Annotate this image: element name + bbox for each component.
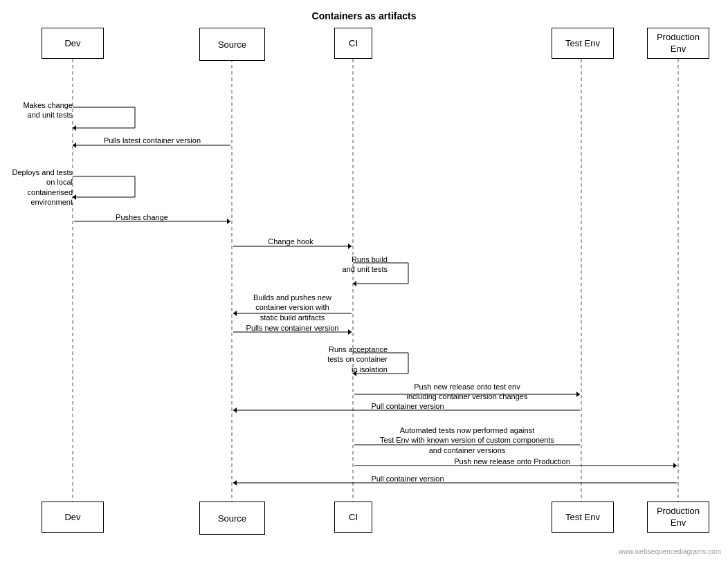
svg-marker-37 xyxy=(673,463,677,468)
label-builds-pushes: Builds and pushes newcontainer version w… xyxy=(235,293,349,322)
svg-marker-34 xyxy=(233,407,237,413)
svg-marker-39 xyxy=(233,480,237,486)
label-pushes-change: Pushes change xyxy=(80,212,204,222)
svg-marker-8 xyxy=(73,125,76,131)
actor-source-bottom: Source xyxy=(199,502,265,535)
actor-prodenv-top: ProductionEnv xyxy=(647,28,709,59)
actor-ci-top: CI xyxy=(334,28,372,59)
actor-prodenv-bottom: ProductionEnv xyxy=(647,502,709,533)
watermark: www.websequencediagrams.com xyxy=(619,548,721,555)
actor-dev-bottom: Dev xyxy=(42,502,104,533)
actor-testenv-bottom: Test Env xyxy=(552,502,614,533)
diagram-title: Containers as artifacts xyxy=(0,3,728,21)
label-deploys-tests: Deploys and testson local containerisede… xyxy=(0,167,73,207)
diagram: Containers as artifacts xyxy=(0,0,728,561)
svg-marker-14 xyxy=(73,194,76,200)
svg-marker-16 xyxy=(227,219,230,224)
label-automated-tests: Automated tests now performed againstTes… xyxy=(356,425,578,455)
label-pull-container-2: Pull container version xyxy=(239,474,576,484)
actor-testenv-top: Test Env xyxy=(552,28,614,59)
label-pulls-new: Pulls new container version xyxy=(235,323,349,333)
svg-marker-22 xyxy=(353,281,356,286)
label-makes-change: Makes changeand unit tests xyxy=(0,100,73,120)
label-runs-build: Runs buildand unit tests xyxy=(298,255,388,275)
label-change-hook: Change hook xyxy=(239,237,343,246)
label-pulls-latest: Pulls latest container version xyxy=(76,136,228,145)
label-runs-acceptance: Runs acceptancetests on containerin isol… xyxy=(298,344,388,374)
svg-marker-18 xyxy=(348,243,352,249)
actor-ci-bottom: CI xyxy=(334,502,372,533)
label-pull-container-1: Pull container version xyxy=(239,401,576,411)
actor-source-top: Source xyxy=(199,28,265,61)
label-push-production: Push new release onto Production xyxy=(356,457,668,466)
actor-dev-top: Dev xyxy=(42,28,104,59)
label-push-test-env: Push new release onto test envincluding … xyxy=(356,382,578,402)
